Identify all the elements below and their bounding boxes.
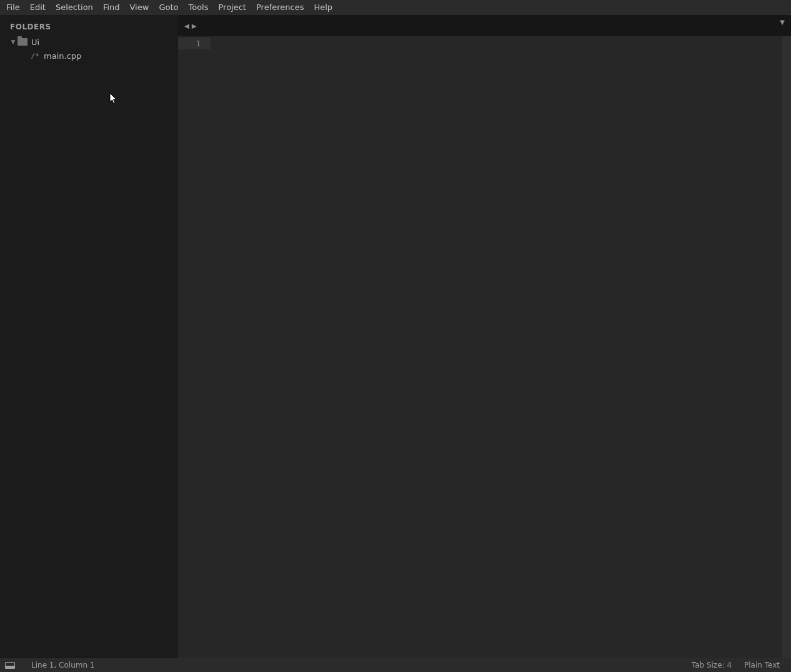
menu-edit[interactable]: Edit — [25, 0, 51, 15]
menubar: File Edit Selection Find View Goto Tools… — [0, 0, 791, 15]
status-tab-size[interactable]: Tab Size: 4 — [685, 661, 738, 669]
status-left: Line 1, Column 1 — [5, 661, 101, 669]
tab-nav-forward-icon[interactable]: ▶ — [192, 23, 197, 29]
menu-file[interactable]: File — [1, 0, 25, 15]
gutter-line-number: 1 — [178, 38, 211, 49]
panel-switcher-icon[interactable] — [5, 662, 15, 669]
sidebar-header: FOLDERS — [0, 18, 178, 35]
file-type-icon: /* — [30, 52, 40, 60]
menu-help[interactable]: Help — [309, 0, 337, 15]
folder-icon — [17, 38, 27, 46]
gutter: 1 — [178, 36, 211, 658]
sidebar: FOLDERS ▼ Ui /* main.cpp — [0, 15, 178, 658]
menu-find[interactable]: Find — [98, 0, 125, 15]
menu-view[interactable]: View — [125, 0, 154, 15]
menu-tools[interactable]: Tools — [183, 0, 213, 15]
menu-selection[interactable]: Selection — [51, 0, 98, 15]
menu-preferences[interactable]: Preferences — [251, 0, 309, 15]
file-label: main.cpp — [44, 51, 81, 61]
main-area: FOLDERS ▼ Ui /* main.cpp ◀ ▶ ▼ — [0, 15, 791, 658]
tab-history-nav: ◀ ▶ — [178, 23, 196, 29]
status-position[interactable]: Line 1, Column 1 — [25, 661, 101, 669]
editor-pane: ◀ ▶ ▼ 1 — [178, 15, 791, 658]
status-syntax[interactable]: Plain Text — [738, 661, 786, 669]
menu-project[interactable]: Project — [213, 0, 251, 15]
folder-tree: ▼ Ui /* main.cpp — [0, 35, 178, 63]
minimap[interactable] — [782, 36, 791, 658]
tab-overflow-icon[interactable]: ▼ — [780, 19, 785, 26]
editor-body: 1 — [178, 36, 791, 658]
file-row[interactable]: /* main.cpp — [7, 49, 178, 63]
folder-row-root[interactable]: ▼ Ui — [7, 35, 178, 49]
status-bar: Line 1, Column 1 Tab Size: 4 Plain Text — [0, 658, 791, 672]
menu-goto[interactable]: Goto — [154, 0, 183, 15]
code-area[interactable] — [211, 36, 782, 658]
folder-label: Ui — [31, 38, 39, 47]
disclosure-triangle-icon[interactable]: ▼ — [10, 39, 16, 45]
tab-bar: ◀ ▶ ▼ — [178, 15, 791, 36]
tab-nav-back-icon[interactable]: ◀ — [184, 23, 189, 29]
